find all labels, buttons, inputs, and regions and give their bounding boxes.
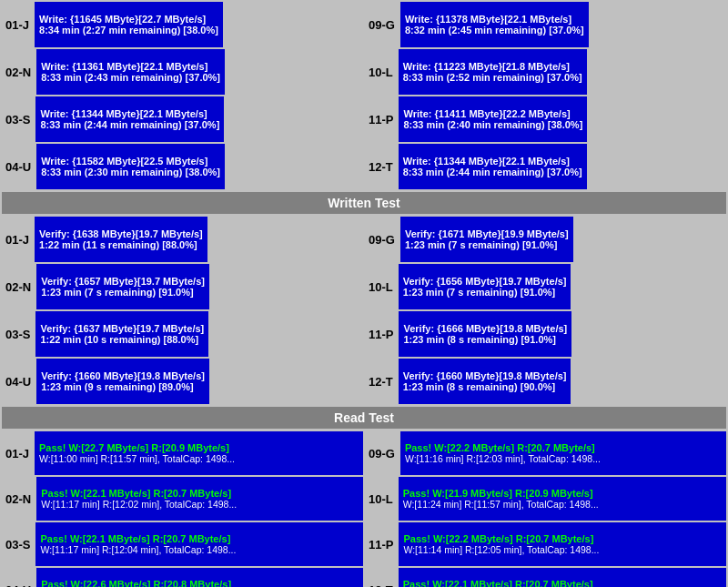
device-id-label: 10-L — [365, 477, 397, 521]
status-line1: Write: {11645 MByte}[22.7 MByte/s] — [39, 14, 218, 25]
status-line2: W:[11:16 min] R:[12:03 min], TotalCap: 1… — [405, 453, 722, 464]
device-id-label: 03-S — [2, 522, 34, 566]
device-id-label: 04-U — [2, 568, 35, 587]
status-line1: Write: {11344 MByte}[22.1 MByte/s] — [40, 108, 219, 119]
device-id-label: 02-N — [2, 264, 35, 309]
device-id-label: 11-P — [365, 311, 397, 357]
device-id-label: 03-S — [2, 96, 34, 142]
table-row: 02-NPass! W:[22.1 MByte/s] R:[20.7 MByte… — [2, 477, 726, 521]
device-id-label: 02-N — [2, 49, 35, 95]
status-cell: Write: {11361 MByte}[22.1 MByte/s]8:33 m… — [36, 49, 225, 95]
status-line1: Verify: {1657 MByte}[19.7 MByte/s] — [41, 276, 205, 287]
main-container: 01-JWrite: {11645 MByte}[22.7 MByte/s]8:… — [0, 0, 728, 587]
status-cell: Pass! W:[21.9 MByte/s] R:[20.9 MByte/s]W… — [399, 477, 726, 521]
device-id-label: 04-U — [2, 359, 35, 404]
device-id-label: 04-U — [2, 144, 35, 189]
status-cell: Pass! W:[22.1 MByte/s] R:[20.7 MByte/s]W… — [399, 568, 726, 587]
status-line2: 8:32 min (2:45 min remaining) [37.0%] — [405, 25, 584, 35]
status-line2: 8:33 min (2:43 min remaining) [37.0%] — [41, 72, 220, 83]
status-line1: Pass! W:[22.1 MByte/s] R:[20.7 MByte/s] — [40, 533, 359, 544]
status-line1: Verify: {1671 MByte}[19.9 MByte/s] — [405, 228, 569, 239]
device-id-label: 10-L — [365, 264, 397, 309]
status-line2: 1:23 min (7 s remaining) [91.0%] — [41, 287, 205, 298]
device-id-label: 11-P — [365, 96, 397, 142]
status-line1: Pass! W:[22.1 MByte/s] R:[20.7 MByte/s] — [403, 579, 722, 587]
status-cell: Verify: {1660 MByte}[19.8 MByte/s]1:23 m… — [36, 359, 209, 404]
status-cell: Write: {11645 MByte}[22.7 MByte/s]8:34 m… — [35, 2, 223, 47]
status-cell: Pass! W:[22.7 MByte/s] R:[20.9 MByte/s]W… — [35, 431, 363, 475]
status-line1: Verify: {1660 MByte}[19.8 MByte/s] — [403, 370, 567, 381]
device-id-label: 09-G — [365, 431, 399, 475]
table-row: 02-NVerify: {1657 MByte}[19.7 MByte/s]1:… — [2, 264, 726, 309]
status-cell: Verify: {1671 MByte}[19.9 MByte/s]1:23 m… — [400, 217, 573, 262]
device-id-label: 01-J — [2, 217, 33, 262]
status-line1: Write: {11361 MByte}[22.1 MByte/s] — [41, 61, 220, 72]
status-line2: 1:22 min (11 s remaining) [88.0%] — [39, 239, 203, 250]
status-line1: Pass! W:[22.7 MByte/s] R:[20.9 MByte/s] — [39, 442, 359, 453]
read-test-divider: Read Test — [2, 407, 726, 429]
status-cell: Write: {11411 MByte}[22.2 MByte/s]8:33 m… — [399, 96, 587, 142]
table-row: 01-JVerify: {1638 MByte}[19.7 MByte/s]1:… — [2, 217, 726, 262]
status-line1: Pass! W:[22.2 MByte/s] R:[20.7 MByte/s] — [405, 442, 722, 453]
status-line1: Pass! W:[22.6 MByte/s] R:[20.8 MByte/s] — [41, 579, 359, 587]
status-line1: Verify: {1666 MByte}[19.8 MByte/s] — [403, 323, 567, 334]
device-id-label: 09-G — [365, 217, 399, 262]
status-cell: Pass! W:[22.1 MByte/s] R:[20.7 MByte/s]W… — [35, 522, 363, 566]
table-row: 03-SPass! W:[22.1 MByte/s] R:[20.7 MByte… — [2, 522, 726, 566]
status-line2: W:[11:24 min] R:[11:57 min], TotalCap: 1… — [403, 499, 722, 510]
status-cell: Verify: {1656 MByte}[19.7 MByte/s]1:23 m… — [399, 264, 571, 309]
status-line2: 1:23 min (7 s remaining) [91.0%] — [403, 287, 567, 298]
table-row: 02-NWrite: {11361 MByte}[22.1 MByte/s]8:… — [2, 49, 726, 95]
status-cell: Pass! W:[22.1 MByte/s] R:[20.7 MByte/s]W… — [36, 477, 363, 521]
status-cell: Verify: {1666 MByte}[19.8 MByte/s]1:23 m… — [399, 311, 571, 357]
status-line1: Verify: {1638 MByte}[19.7 MByte/s] — [39, 228, 203, 239]
status-cell: Verify: {1638 MByte}[19.7 MByte/s]1:22 m… — [35, 217, 207, 262]
status-line2: 1:23 min (8 s remaining) [91.0%] — [403, 334, 567, 345]
status-cell: Write: {11223 MByte}[21.8 MByte/s]8:33 m… — [399, 49, 587, 95]
status-cell: Write: {11378 MByte}[22.1 MByte/s]8:32 m… — [400, 2, 589, 47]
status-line1: Verify: {1656 MByte}[19.7 MByte/s] — [403, 276, 567, 287]
status-line2: 8:33 min (2:44 min remaining) [37.0%] — [403, 167, 582, 177]
write-section: 01-JWrite: {11645 MByte}[22.7 MByte/s]8:… — [2, 2, 726, 189]
status-line2: 1:23 min (8 s remaining) [90.0%] — [403, 381, 567, 392]
status-line1: Pass! W:[22.2 MByte/s] R:[20.7 MByte/s] — [403, 533, 722, 544]
status-line1: Write: {11378 MByte}[22.1 MByte/s] — [405, 14, 584, 25]
status-line1: Pass! W:[22.1 MByte/s] R:[20.7 MByte/s] — [41, 488, 359, 499]
status-cell: Pass! W:[22.6 MByte/s] R:[20.8 MByte/s]W… — [36, 568, 363, 587]
written-test-divider: Written Test — [2, 192, 726, 214]
device-id-label: 01-J — [2, 431, 33, 475]
device-id-label: 11-P — [365, 522, 397, 566]
status-line2: W:[11:17 min] R:[12:02 min], TotalCap: 1… — [41, 499, 359, 510]
device-id-label: 12-T — [365, 144, 397, 189]
status-line2: 8:33 min (2:52 min remaining) [37.0%] — [403, 72, 582, 83]
verify-section: 01-JVerify: {1638 MByte}[19.7 MByte/s]1:… — [2, 217, 726, 404]
table-row: 01-JPass! W:[22.7 MByte/s] R:[20.9 MByte… — [2, 431, 726, 475]
device-id-label: 12-T — [365, 568, 397, 587]
device-id-label: 10-L — [365, 49, 397, 95]
status-line2: 8:33 min (2:44 min remaining) [37.0%] — [40, 119, 219, 130]
status-cell: Pass! W:[22.2 MByte/s] R:[20.7 MByte/s]W… — [399, 522, 726, 566]
device-id-label: 02-N — [2, 477, 35, 521]
status-line1: Pass! W:[21.9 MByte/s] R:[20.9 MByte/s] — [403, 488, 722, 499]
status-line2: 1:23 min (7 s remaining) [91.0%] — [405, 239, 569, 250]
status-line2: 1:22 min (10 s remaining) [88.0%] — [40, 334, 204, 345]
status-cell: Verify: {1660 MByte}[19.8 MByte/s]1:23 m… — [399, 359, 571, 404]
status-line1: Write: {11344 MByte}[22.1 MByte/s] — [403, 156, 582, 167]
status-line2: W:[11:00 min] R:[11:57 min], TotalCap: 1… — [39, 453, 359, 464]
status-line2: 8:33 min (2:30 min remaining) [38.0%] — [41, 167, 220, 177]
status-line2: 8:34 min (2:27 min remaining) [38.0%] — [39, 25, 218, 35]
status-cell: Write: {11582 MByte}[22.5 MByte/s]8:33 m… — [36, 144, 225, 189]
device-id-label: 03-S — [2, 311, 34, 357]
status-cell: Write: {11344 MByte}[22.1 MByte/s]8:33 m… — [399, 144, 587, 189]
device-id-label: 09-G — [365, 2, 399, 47]
status-line2: W:[11:14 min] R:[12:05 min], TotalCap: 1… — [403, 544, 722, 555]
table-row: 01-JWrite: {11645 MByte}[22.7 MByte/s]8:… — [2, 2, 726, 47]
status-cell: Write: {11344 MByte}[22.1 MByte/s]8:33 m… — [35, 96, 224, 142]
status-line1: Write: {11411 MByte}[22.2 MByte/s] — [403, 108, 582, 119]
table-row: 03-SVerify: {1637 MByte}[19.7 MByte/s]1:… — [2, 311, 726, 357]
status-line2: W:[11:17 min] R:[12:04 min], TotalCap: 1… — [40, 544, 359, 555]
status-cell: Verify: {1657 MByte}[19.7 MByte/s]1:23 m… — [36, 264, 209, 309]
status-line1: Write: {11582 MByte}[22.5 MByte/s] — [41, 156, 220, 167]
table-row: 04-UWrite: {11582 MByte}[22.5 MByte/s]8:… — [2, 144, 726, 189]
table-row: 04-UVerify: {1660 MByte}[19.8 MByte/s]1:… — [2, 359, 726, 404]
